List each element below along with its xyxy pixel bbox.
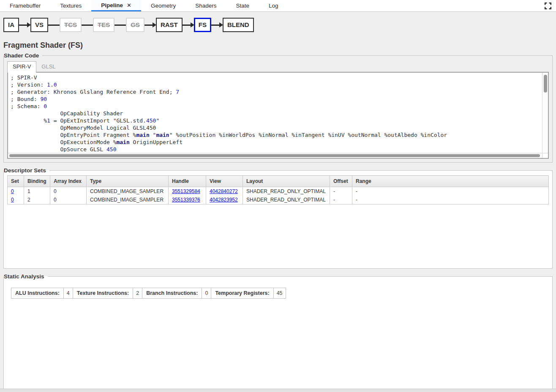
cell-array_index: 0	[50, 187, 87, 196]
set-link[interactable]: 0	[11, 197, 14, 203]
stage-ia[interactable]: IA	[3, 18, 19, 32]
stat-value: 45	[273, 288, 286, 299]
code-line: ; Bound: 90	[11, 95, 548, 103]
descriptor-sets-legend: Descriptor Sets	[4, 167, 49, 174]
code-line: OpSource GLSL 450	[11, 146, 548, 152]
cell-set: 0	[8, 196, 24, 204]
tab-log[interactable]: Log	[259, 0, 288, 11]
stage-rast[interactable]: RAST	[156, 18, 183, 32]
column-header-offset[interactable]: Offset	[330, 176, 352, 187]
tab-shaders[interactable]: Shaders	[185, 0, 226, 11]
descriptor-header-row: SetBindingArray IndexTypeHandleViewLayou…	[8, 176, 549, 187]
code-view: ; SPIR-V; Version: 1.0; Generator: Khron…	[8, 73, 548, 152]
code-line: OpExecutionMode %main OriginUpperLeft	[11, 139, 548, 146]
stage-vs[interactable]: VS	[30, 18, 48, 32]
column-header-type[interactable]: Type	[87, 176, 169, 187]
shader-code-tabs: SPIR-VGLSL	[7, 61, 549, 72]
scrollbar-corner	[542, 153, 548, 158]
column-header-view[interactable]: View	[206, 176, 243, 187]
column-header-array-index[interactable]: Array Index	[50, 176, 87, 187]
stat-label: Texture Instructions:	[73, 288, 133, 299]
static-analysis-group: Static Analysis ALU Instructions:4Textur…	[3, 273, 553, 390]
shader-code-group: Shader Code SPIR-VGLSL ; SPIR-V; Version…	[3, 52, 553, 163]
code-line: OpCapability Shader	[11, 110, 548, 117]
cell-range: -	[352, 196, 549, 204]
stage-tes[interactable]: TES	[93, 18, 114, 32]
cell-handle: 3551339376	[169, 196, 206, 204]
stats-row: ALU Instructions:4Texture Instructions:2…	[11, 288, 286, 299]
flow-arrow	[211, 24, 219, 26]
vertical-scrollbar-thumb[interactable]	[544, 75, 547, 93]
cell-offset: -	[330, 196, 352, 204]
cell-binding: 2	[24, 196, 50, 204]
tab-label: Framebuffer	[10, 3, 41, 9]
stat-value: 0	[202, 288, 211, 299]
column-header-set[interactable]: Set	[8, 176, 24, 187]
static-analysis-legend: Static Analysis	[4, 273, 48, 280]
descriptor-sets-group: Descriptor Sets SetBindingArray IndexTyp…	[3, 167, 553, 269]
tab-list: FramebufferTexturesPipeline✕GeometryShad…	[0, 0, 288, 11]
descriptor-row: 010COMBINED_IMAGE_SAMPLER355132958440428…	[8, 187, 549, 196]
code-line: %1 = OpExtInstImport "GLSL.std.450"	[11, 117, 548, 124]
code-line: ; Version: 1.0	[11, 81, 548, 88]
horizontal-scrollbar-thumb[interactable]	[9, 154, 540, 157]
cell-view: 4042823952	[206, 196, 243, 204]
tab-pipeline[interactable]: Pipeline✕	[91, 0, 141, 11]
vertical-scrollbar[interactable]	[542, 73, 548, 153]
window-scrollbar-track[interactable]	[0, 389, 556, 392]
cell-type: COMBINED_IMAGE_SAMPLER	[87, 187, 169, 196]
horizontal-scrollbar[interactable]	[8, 153, 542, 158]
code-tab-glsl[interactable]: GLSL	[36, 62, 60, 72]
stat-value: 4	[63, 288, 73, 299]
tab-label: State	[236, 3, 250, 9]
tab-textures[interactable]: Textures	[50, 0, 91, 11]
main-content: IAVSTCSTESGSRASTFSBLEND Fragment Shader …	[0, 16, 556, 390]
pipeline-flow: IAVSTCSTESGSRASTFSBLEND	[3, 16, 553, 34]
cell-set: 0	[8, 187, 24, 196]
cell-binding: 1	[24, 187, 50, 196]
static-analysis-body: ALU Instructions:4Texture Instructions:2…	[7, 288, 549, 386]
shader-code-legend: Shader Code	[4, 52, 42, 59]
tab-label: Shaders	[195, 3, 216, 9]
column-header-binding[interactable]: Binding	[24, 176, 50, 187]
stat-value: 2	[133, 288, 142, 299]
flow-line	[48, 24, 60, 26]
flow-arrow	[144, 24, 153, 26]
code-tab-spir-v[interactable]: SPIR-V	[7, 61, 36, 73]
stage-tcs[interactable]: TCS	[60, 18, 82, 32]
tab-framebuffer[interactable]: Framebuffer	[0, 0, 50, 11]
cell-offset: -	[330, 187, 352, 196]
column-header-range[interactable]: Range	[352, 176, 549, 187]
column-header-handle[interactable]: Handle	[169, 176, 206, 187]
code-line: ; Generator: Khronos Glslang Reference F…	[11, 88, 548, 95]
descriptor-sets-table: SetBindingArray IndexTypeHandleViewLayou…	[7, 175, 549, 204]
stat-label: ALU Instructions:	[11, 288, 64, 299]
cell-range: -	[352, 187, 549, 196]
tab-state[interactable]: State	[226, 0, 259, 11]
stage-gs[interactable]: GS	[126, 18, 144, 32]
fullscreen-icon[interactable]	[545, 3, 551, 9]
handle-link[interactable]: 3551329584	[172, 188, 200, 194]
stage-blend[interactable]: BLEND	[223, 18, 254, 32]
shader-code-box[interactable]: ; SPIR-V; Version: 1.0; Generator: Khron…	[7, 72, 549, 159]
tab-label: Pipeline	[101, 2, 123, 8]
code-line: OpMemoryModel Logical GLSL450	[11, 124, 548, 131]
code-line: ; SPIR-V	[11, 74, 548, 81]
tab-geometry[interactable]: Geometry	[141, 0, 185, 11]
flow-arrow	[183, 24, 191, 26]
tab-close-icon[interactable]: ✕	[127, 2, 131, 8]
view-link[interactable]: 4042840272	[210, 188, 238, 194]
descriptor-row: 020COMBINED_IMAGE_SAMPLER355133937640428…	[8, 196, 549, 204]
handle-link[interactable]: 3551339376	[172, 197, 200, 203]
cell-layout: SHADER_READ_ONLY_OPTIMAL	[243, 196, 330, 204]
cell-array_index: 0	[50, 196, 87, 204]
set-link[interactable]: 0	[11, 188, 14, 194]
descriptor-sets-body: SetBindingArray IndexTypeHandleViewLayou…	[7, 175, 549, 265]
cell-handle: 3551329584	[169, 187, 206, 196]
cell-layout: SHADER_READ_ONLY_OPTIMAL	[243, 187, 330, 196]
page-title: Fragment Shader (FS)	[3, 41, 553, 50]
stage-fs[interactable]: FS	[194, 18, 211, 32]
view-link[interactable]: 4042823952	[210, 197, 238, 203]
column-header-layout[interactable]: Layout	[243, 176, 330, 187]
code-line: ; Schema: 0	[11, 103, 548, 110]
